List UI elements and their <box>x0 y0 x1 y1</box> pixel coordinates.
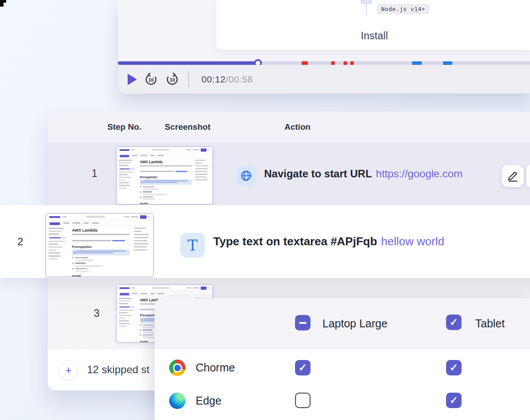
node-version-badge: Node.js v14+ <box>377 4 429 14</box>
thumb-topbar <box>117 147 212 154</box>
device-label-laptop-large: Laptop Large <box>322 298 387 349</box>
rewind-10-icon[interactable]: 10 <box>144 72 158 86</box>
action-value-2: hellow world <box>381 235 444 248</box>
action-prefix-1: Navigate to start URL <box>264 168 372 180</box>
timeline-node <box>360 0 372 4</box>
timeline-connector <box>366 4 367 15</box>
thumb-left-sidebar <box>117 158 137 204</box>
thumb-search-bar <box>136 287 185 289</box>
step-number-3: 3 <box>86 282 107 344</box>
checkbox-edge-tablet[interactable]: ✓ <box>446 393 462 408</box>
plus-icon: + <box>65 364 72 377</box>
thumb-info-box <box>140 179 192 185</box>
thumb-article: AWS Lambda Prerequisites Install <box>69 225 133 277</box>
thumb-search-bar <box>136 149 185 151</box>
type-action-chip: T <box>180 233 205 258</box>
checkbox-chrome-tablet[interactable]: ✓ <box>446 360 462 375</box>
thumb-search-bar <box>68 216 122 218</box>
browser-label-edge: Edge <box>196 382 221 419</box>
video-progress-fill <box>118 61 261 65</box>
thumb-footer-heading: Install <box>72 274 130 277</box>
action-text-2: Type text on textarea #APjFqb hellow wor… <box>213 205 444 278</box>
controls-divider <box>188 71 189 87</box>
thumb-section-heading: Prerequisites <box>140 176 192 178</box>
thumb-right-sidebar <box>133 225 153 277</box>
blue-event-marker <box>443 61 452 65</box>
red-event-marker <box>344 61 347 65</box>
thumb-nav-tabs <box>46 221 153 225</box>
checkbox-chrome-laptop[interactable]: ✓ <box>295 360 310 375</box>
checkbox-edge-laptop[interactable] <box>295 393 310 408</box>
thumb-topbar <box>46 214 153 221</box>
check-icon: ✓ <box>450 363 458 373</box>
time-total: /00:58 <box>226 74 253 84</box>
tutorial-step-card <box>216 0 530 50</box>
player-controls-bar: 10 10 00:12/00:58 <box>118 65 530 94</box>
screenshot-thumbnail-2[interactable]: AWS Lambda Prerequisites Install <box>45 213 154 277</box>
thumb-section-heading: Prerequisites <box>72 245 130 248</box>
svg-text:10: 10 <box>148 77 154 82</box>
globe-cursor-icon <box>240 169 253 183</box>
page: Node.js v14+ Install 10 10 00:12/00:58 S… <box>0 0 530 420</box>
device-label-tablet: Tablet <box>475 298 505 349</box>
action-text-1: Navigate to start URL https://google.com <box>264 142 462 205</box>
screen-artifact-top-left-2 <box>0 3 4 7</box>
chrome-icon <box>169 360 186 376</box>
browser-label-chrome: Chorme <box>196 349 235 386</box>
pencil-icon <box>507 170 519 182</box>
time-current: 00:12 <box>201 74 226 84</box>
action-prefix-2: Type text on textarea #APjFqb <box>213 235 377 248</box>
thumb-footer-heading: Install <box>140 202 192 204</box>
thumb-right-sidebar <box>194 158 212 204</box>
table-header-row: Step No. Screenshot Action <box>48 112 530 142</box>
video-progress-bar[interactable] <box>118 61 530 65</box>
thumb-left-sidebar <box>117 296 137 342</box>
thumb-topbar <box>117 285 212 292</box>
column-header-screenshot: Screenshot <box>165 112 210 142</box>
edge-icon <box>169 393 186 409</box>
play-icon[interactable] <box>128 74 137 85</box>
thumb-cta-button <box>201 148 206 151</box>
secondary-step-button-partial[interactable] <box>526 165 530 187</box>
navigate-action-chip <box>237 166 256 186</box>
thumb-cta-button <box>201 286 206 289</box>
check-icon: ✓ <box>450 317 458 327</box>
thumb-left-sidebar <box>46 225 69 277</box>
expand-skipped-button[interactable]: + <box>59 360 78 380</box>
install-heading: Install <box>361 30 388 42</box>
forward-10-icon[interactable]: 10 <box>165 72 179 86</box>
checkbox-laptop-large[interactable] <box>295 315 310 330</box>
thumb-title: AWS Lambda <box>140 160 192 164</box>
thumb-info-box <box>72 249 130 255</box>
check-icon: ✓ <box>299 363 307 373</box>
step-number-1: 1 <box>84 142 105 205</box>
thumb-nav-tabs <box>117 291 212 296</box>
time-display: 00:12/00:58 <box>201 74 253 85</box>
checkbox-tablet[interactable]: ✓ <box>446 315 462 330</box>
thumb-cta-button <box>140 215 147 219</box>
thumb-logo <box>119 287 129 289</box>
column-header-step: Step No. <box>107 112 141 142</box>
action-value-1: https://google.com <box>376 168 462 180</box>
text-type-icon: T <box>188 238 198 253</box>
edit-step-button[interactable] <box>502 165 524 187</box>
red-event-marker <box>302 61 308 65</box>
check-icon: ✓ <box>450 395 458 405</box>
red-event-marker <box>331 61 335 65</box>
step-number-2: 2 <box>11 205 30 278</box>
thumb-nav-tabs <box>117 153 212 158</box>
column-header-action: Action <box>284 112 310 142</box>
svg-text:10: 10 <box>170 77 175 82</box>
blue-event-marker <box>412 61 422 65</box>
skipped-steps-label: 12 skipped st <box>87 349 149 390</box>
thumb-title: AWS Lambda <box>72 228 130 232</box>
thumb-logo <box>49 216 61 218</box>
thumb-logo <box>119 149 129 151</box>
red-event-marker <box>350 61 354 65</box>
screenshot-thumbnail-1[interactable]: AWS Lambda Prerequisites Install <box>116 146 213 205</box>
thumb-article: AWS Lambda Prerequisites Install <box>137 158 194 204</box>
